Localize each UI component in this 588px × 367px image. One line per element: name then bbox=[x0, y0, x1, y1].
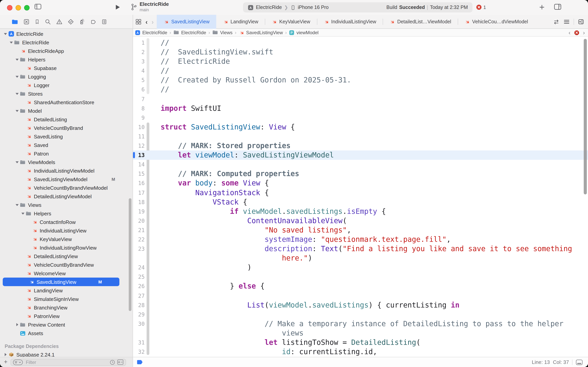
code-line-4[interactable]: 4// bbox=[133, 66, 588, 76]
sidebar-item-Logger[interactable]: Logger bbox=[0, 81, 133, 89]
breadcrumb-item-ElectricRide[interactable]: ElectricRide bbox=[135, 30, 167, 35]
line-number[interactable]: 24 bbox=[133, 263, 145, 272]
line-number[interactable] bbox=[133, 253, 145, 263]
line-number[interactable]: 15 bbox=[133, 169, 145, 179]
filter-field[interactable] bbox=[11, 359, 126, 366]
line-number[interactable]: 31 bbox=[133, 338, 145, 347]
code-line-21[interactable]: 21 "No saved listings", bbox=[133, 225, 588, 235]
line-number[interactable]: 17 bbox=[133, 188, 145, 197]
zoom-button[interactable] bbox=[24, 5, 30, 10]
sidebar-item-Stores[interactable]: Stores bbox=[0, 89, 133, 98]
line-number[interactable]: 30 bbox=[133, 319, 145, 328]
line-number[interactable]: 14 bbox=[133, 160, 145, 169]
line-number[interactable]: 27 bbox=[133, 291, 145, 300]
disclosure-open-icon[interactable] bbox=[15, 76, 19, 78]
sidebar-item-Supabase[interactable]: Supabase bbox=[0, 64, 133, 72]
code-line-28[interactable]: 28 List(viewModel.savedListings) { curre… bbox=[133, 300, 588, 310]
add-item-icon[interactable]: + bbox=[4, 358, 8, 365]
sidebar-item-ElectricRideApp[interactable]: ElectricRideApp bbox=[0, 47, 133, 55]
code-line-24[interactable]: 24 ) bbox=[133, 263, 588, 272]
code-line-7[interactable]: 7 bbox=[133, 94, 588, 104]
inspector-toggle-icon[interactable] bbox=[554, 3, 562, 10]
sidebar-scrollbar[interactable] bbox=[129, 198, 131, 311]
project-navigator-icon[interactable] bbox=[12, 19, 18, 25]
code-line-11[interactable]: 11 bbox=[133, 132, 588, 141]
sidebar-item-SavedListingViewModel[interactable]: SavedListingViewModelM bbox=[0, 175, 133, 184]
line-number[interactable]: 4 bbox=[133, 66, 145, 76]
find-icon[interactable] bbox=[45, 19, 51, 25]
code-line-18[interactable]: 18 VStack { bbox=[133, 197, 588, 207]
line-number[interactable]: 21 bbox=[133, 225, 145, 235]
sidebar-item-DetailedListing[interactable]: DetailedListing bbox=[0, 115, 133, 124]
debug-icon[interactable] bbox=[79, 19, 85, 25]
column-indicator[interactable]: Col: 37 bbox=[553, 359, 569, 365]
sidebar-item-VehicleCountByBrand[interactable]: VehicleCountByBrand bbox=[0, 124, 133, 132]
sidebar-item-PatronView[interactable]: PatronView bbox=[0, 312, 133, 320]
code-line-wrap[interactable]: here.") bbox=[133, 253, 588, 263]
sidebar-item-Views[interactable]: Views bbox=[0, 200, 133, 209]
line-number[interactable]: 18 bbox=[133, 197, 145, 207]
line-number[interactable]: 22 bbox=[133, 235, 145, 244]
new-tab-button[interactable] bbox=[539, 4, 545, 10]
sidebar-item-IndividualListingView[interactable]: IndividualListingView bbox=[0, 226, 133, 235]
line-number[interactable]: 7 bbox=[133, 94, 145, 104]
tab-VehicleCou…dViewModel[interactable]: VehicleCou…dViewModel bbox=[458, 15, 535, 29]
code-line-19[interactable]: 19 if viewModel.savedListings.isEmpty { bbox=[133, 207, 588, 216]
sidebar-item-ElectricRide[interactable]: ElectricRide bbox=[0, 38, 133, 47]
code-line-1[interactable]: 1// bbox=[133, 38, 588, 47]
code-line-20[interactable]: 20 ContentUnavailableView( bbox=[133, 216, 588, 225]
disclosure-open-icon[interactable] bbox=[9, 42, 14, 43]
code-line-26[interactable]: 26 } else { bbox=[133, 282, 588, 291]
line-number[interactable]: 28 bbox=[133, 300, 145, 310]
line-number[interactable]: 6 bbox=[133, 85, 145, 94]
disclosure-open-icon[interactable] bbox=[15, 110, 19, 112]
breakpoints-icon[interactable] bbox=[90, 19, 96, 25]
sidebar-item-Model[interactable]: Model bbox=[0, 107, 133, 115]
sidebar-item-ContactInfoRow[interactable]: ContactInfoRow bbox=[0, 218, 133, 226]
code-line-wrap[interactable]: views bbox=[133, 328, 588, 338]
code-line-17[interactable]: 17 NavigationStack { bbox=[133, 188, 588, 197]
line-number[interactable]: 5 bbox=[133, 76, 145, 85]
sidebar-toggle-icon[interactable] bbox=[34, 3, 42, 10]
breadcrumb-item-viewModel[interactable]: PviewModel bbox=[289, 30, 319, 35]
line-number[interactable]: 29 bbox=[133, 310, 145, 319]
tab-LandingView[interactable]: LandingView bbox=[216, 15, 265, 29]
line-number[interactable]: 11 bbox=[133, 132, 145, 141]
scheme-selector[interactable]: ElectricRide ❯ iPhone 16 Pro bbox=[248, 4, 329, 10]
code-line-15[interactable]: 15 // MARK: Computed properties bbox=[133, 169, 588, 179]
code-line-12[interactable]: 12 // MARK: Stored properties bbox=[133, 141, 588, 150]
code-lines[interactable]: 1//2// SavedListingView.swift3// Electri… bbox=[133, 38, 588, 357]
previous-issue-chevron-icon[interactable]: ‹ bbox=[569, 29, 571, 36]
tests-icon[interactable] bbox=[68, 19, 74, 25]
sidebar-item-SavedListing[interactable]: SavedListing bbox=[0, 132, 133, 141]
code-line-32[interactable]: 32 id: currentListing.id, bbox=[133, 347, 588, 357]
sidebar-item-Saved[interactable]: Saved bbox=[0, 141, 133, 149]
code-line-9[interactable]: 9 bbox=[133, 113, 588, 123]
line-number[interactable]: 9 bbox=[133, 113, 145, 123]
sidebar-item-LandingView[interactable]: LandingView bbox=[0, 286, 133, 295]
disclosure-open-icon[interactable] bbox=[21, 212, 25, 214]
editor-layout-grid-icon[interactable] bbox=[135, 19, 142, 25]
source-control-filter-icon[interactable] bbox=[117, 359, 124, 365]
line-number[interactable]: 32 bbox=[133, 347, 145, 357]
sidebar-item-VehicleCountByBrandView[interactable]: VehicleCountByBrandView bbox=[0, 260, 133, 269]
code-line-2[interactable]: 2// SavedListingView.swift bbox=[133, 47, 588, 57]
sidebar-item-WelcomeView[interactable]: WelcomeView bbox=[0, 269, 133, 278]
sidebar-item-ElectricRide[interactable]: ElectricRide bbox=[0, 30, 133, 38]
run-button[interactable] bbox=[115, 4, 120, 10]
source-editor[interactable]: 1//2// SavedListingView.swift3// Electri… bbox=[133, 37, 588, 357]
sidebar-item-Preview Content[interactable]: Preview Content bbox=[0, 320, 133, 329]
line-number[interactable] bbox=[133, 328, 145, 338]
line-number[interactable]: 16 bbox=[133, 179, 145, 188]
code-line-29[interactable]: 29 bbox=[133, 310, 588, 319]
sidebar-item-DetailedListingView[interactable]: DetailedListingView bbox=[0, 252, 133, 260]
code-line-8[interactable]: 8import SwiftUI bbox=[133, 104, 588, 113]
line-number[interactable]: 19 bbox=[133, 207, 145, 216]
code-line-14[interactable]: 14 bbox=[133, 160, 588, 169]
tab-KeyValueView[interactable]: KeyValueView bbox=[265, 15, 317, 29]
line-number[interactable]: 12 bbox=[133, 141, 145, 150]
line-number[interactable]: 8 bbox=[133, 104, 145, 113]
activity-status[interactable]: Build Succeeded | Today at 2:32 PM bbox=[386, 5, 468, 10]
minimize-button[interactable] bbox=[16, 5, 21, 10]
sidebar-item-DetailedListingViewModel[interactable]: DetailedListingViewModel bbox=[0, 192, 133, 200]
